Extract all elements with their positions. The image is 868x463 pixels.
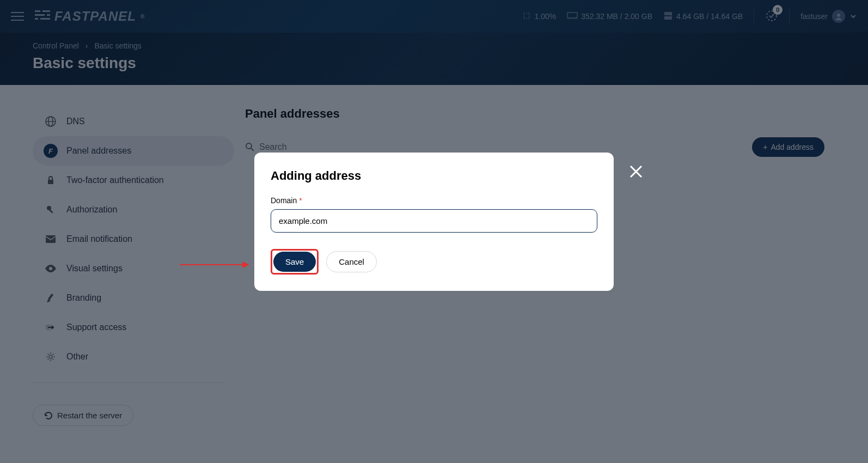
modal-title: Adding address [271,169,597,183]
modal-actions: Save Cancel [271,249,597,275]
close-icon [628,163,644,180]
modal-overlay: Adding address Domain * Save Cancel [0,0,868,463]
domain-label: Domain * [271,196,597,205]
svg-marker-31 [242,261,249,268]
save-button[interactable]: Save [273,252,316,272]
close-modal-button[interactable] [628,163,644,182]
annotation-arrow [180,259,250,270]
required-asterisk: * [299,196,302,205]
save-highlight: Save [271,249,319,275]
add-address-modal: Adding address Domain * Save Cancel [254,153,614,291]
domain-input[interactable] [271,209,597,233]
cancel-button[interactable]: Cancel [326,251,377,272]
